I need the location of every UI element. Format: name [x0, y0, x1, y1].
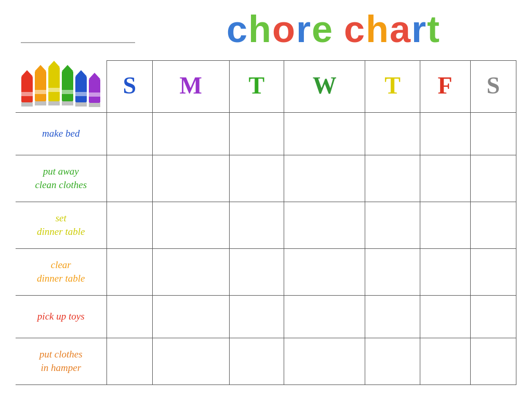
day-header-S2: S: [470, 61, 516, 113]
crayon-yellow: [48, 61, 60, 109]
cell-clear-dinner-W: [284, 248, 365, 295]
svg-rect-3: [21, 102, 33, 107]
cell-clear-dinner-M: [152, 248, 229, 295]
chore-label-set-dinner: setdinner table: [16, 202, 107, 248]
cell-clear-dinner-S1: [107, 248, 152, 295]
svg-rect-15: [62, 101, 73, 105]
crayon-orange: [35, 65, 46, 109]
svg-marker-0: [21, 70, 33, 76]
cell-set-dinner-T1: [229, 202, 284, 248]
svg-marker-16: [75, 70, 87, 76]
svg-marker-20: [89, 73, 100, 79]
name-line: [21, 33, 135, 43]
cell-put-away-M: [152, 155, 229, 202]
crayon-purple: [89, 73, 100, 109]
svg-rect-21: [89, 79, 100, 103]
cell-make-bed-W: [284, 112, 365, 155]
cell-set-dinner-F: [420, 202, 470, 248]
cell-make-bed-S1: [107, 112, 152, 155]
chore-row-pick-up-toys: pick up toys: [16, 295, 516, 338]
cell-make-bed-T1: [229, 112, 284, 155]
chore-label-put-clothes-hamper: put clothesin hamper: [16, 338, 107, 385]
svg-rect-7: [35, 101, 46, 105]
day-header-T2: T: [365, 61, 420, 113]
cell-pick-up-M: [152, 295, 229, 338]
svg-rect-5: [35, 71, 46, 101]
chore-label-make-bed: make bed: [16, 112, 107, 155]
cell-set-dinner-M: [152, 202, 229, 248]
svg-rect-18: [75, 92, 87, 96]
chore-label-pick-up-toys: pick up toys: [16, 295, 107, 338]
cell-put-away-S1: [107, 155, 152, 202]
crayons-illustration: [16, 61, 107, 109]
chore-row-make-bed: make bed: [16, 112, 516, 155]
svg-rect-6: [35, 90, 46, 94]
cell-pick-up-T2: [365, 295, 420, 338]
day-header-S1: S: [107, 61, 152, 113]
cell-pick-up-T1: [229, 295, 284, 338]
cell-put-clothes-W: [284, 338, 365, 385]
svg-rect-23: [89, 103, 100, 107]
svg-rect-22: [89, 92, 100, 97]
crayons-header: [16, 61, 107, 113]
title-area: chore chart: [161, 10, 516, 48]
crayon-green: [62, 65, 73, 109]
cell-put-clothes-M: [152, 338, 229, 385]
cell-put-away-S2: [470, 155, 516, 202]
cell-set-dinner-T2: [365, 202, 420, 248]
cell-set-dinner-S1: [107, 202, 152, 248]
svg-rect-14: [62, 90, 73, 94]
cell-clear-dinner-T1: [229, 248, 284, 295]
cell-make-bed-F: [420, 112, 470, 155]
chore-row-set-dinner: setdinner table: [16, 202, 516, 248]
page-title: chore chart: [161, 10, 506, 48]
cell-clear-dinner-T2: [365, 248, 420, 295]
cell-put-clothes-S1: [107, 338, 152, 385]
name-line-area: [16, 33, 161, 48]
cell-clear-dinner-S2: [470, 248, 516, 295]
cell-pick-up-F: [420, 295, 470, 338]
day-header-T1: T: [229, 61, 284, 113]
svg-rect-13: [62, 71, 73, 101]
cell-put-away-T2: [365, 155, 420, 202]
header: chore chart: [16, 10, 516, 51]
svg-rect-2: [21, 92, 33, 96]
svg-rect-9: [48, 67, 60, 101]
chore-label-put-away: put awayclean clothes: [16, 155, 107, 202]
svg-marker-4: [35, 65, 46, 71]
svg-rect-17: [75, 76, 87, 102]
cell-put-clothes-S2: [470, 338, 516, 385]
svg-rect-11: [48, 101, 60, 105]
svg-rect-10: [48, 88, 60, 92]
chore-table: S M T W T F S make bed: [16, 60, 516, 385]
page: chore chart: [0, 0, 532, 411]
cell-set-dinner-W: [284, 202, 365, 248]
chore-row-put-clothes-hamper: put clothesin hamper: [16, 338, 516, 385]
crayon-blue: [75, 70, 87, 109]
cell-make-bed-S2: [470, 112, 516, 155]
cell-put-clothes-T2: [365, 338, 420, 385]
svg-marker-12: [62, 65, 73, 71]
cell-put-clothes-T1: [229, 338, 284, 385]
cell-put-away-T1: [229, 155, 284, 202]
svg-marker-8: [48, 61, 60, 67]
day-header-W: W: [284, 61, 365, 113]
crayon-red: [21, 70, 33, 109]
cell-set-dinner-S2: [470, 202, 516, 248]
cell-pick-up-S1: [107, 295, 152, 338]
cell-make-bed-T2: [365, 112, 420, 155]
svg-rect-19: [75, 102, 87, 107]
svg-rect-1: [21, 76, 33, 102]
cell-pick-up-W: [284, 295, 365, 338]
chore-row-clear-dinner: cleardinner table: [16, 248, 516, 295]
cell-clear-dinner-F: [420, 248, 470, 295]
chore-label-clear-dinner: cleardinner table: [16, 248, 107, 295]
cell-pick-up-S2: [470, 295, 516, 338]
chore-row-put-away: put awayclean clothes: [16, 155, 516, 202]
header-row: S M T W T F S: [16, 61, 516, 113]
cell-put-away-W: [284, 155, 365, 202]
cell-put-clothes-F: [420, 338, 470, 385]
day-header-M: M: [152, 61, 229, 113]
day-header-F: F: [420, 61, 470, 113]
cell-put-away-F: [420, 155, 470, 202]
